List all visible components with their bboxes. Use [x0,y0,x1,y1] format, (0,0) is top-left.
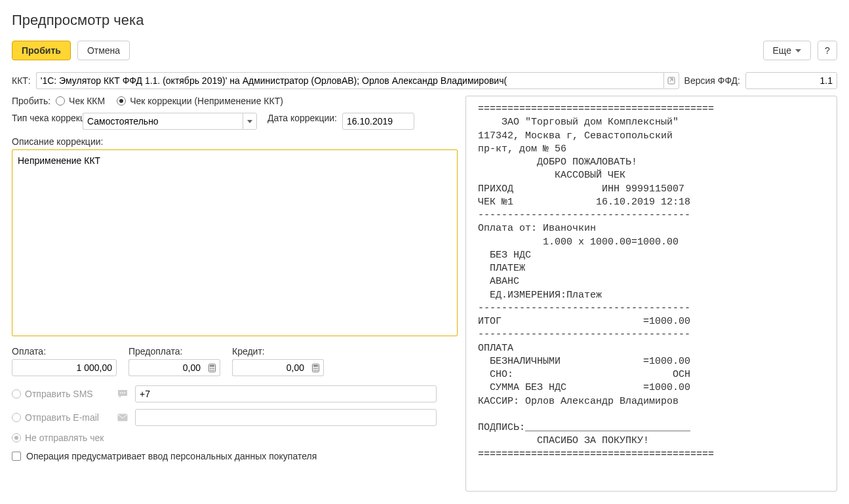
kkt-row: ККТ: Версия ФФД: [12,72,837,89]
radio-correction[interactable]: Чек коррекции (Неприменение ККТ) [117,96,283,106]
punch-type-row: Пробить: Чек ККМ Чек коррекции (Непримен… [12,96,458,106]
pay-label: Оплата: [12,346,117,357]
prepay-calc-button[interactable] [205,359,220,376]
page-title: Предпросмотр чека [12,12,837,29]
svg-point-16 [317,370,318,371]
radio-send-sms: Отправить SMS [12,389,110,399]
ffd-version-field[interactable] [745,72,837,89]
prepay-label: Предоплата: [128,346,220,357]
svg-rect-10 [313,365,318,367]
credit-calc-button[interactable] [308,359,324,376]
radio-kkm[interactable]: Чек ККМ [56,96,105,106]
email-icon [117,413,128,422]
receipt-preview-pane: ========================================… [465,96,837,492]
receipt-scroll[interactable]: ========================================… [478,103,831,486]
svg-point-17 [120,393,121,394]
email-field[interactable] [135,409,437,426]
svg-point-13 [317,368,318,369]
svg-point-5 [213,368,214,369]
sms-icon [117,389,128,398]
calculator-icon [208,364,216,372]
radio-send-sms-label: Отправить SMS [25,389,93,399]
pay-field[interactable] [12,359,117,376]
radio-send-none: Не отправлять чек [12,433,104,443]
svg-point-19 [124,393,125,394]
correction-type-dropdown-button[interactable] [243,113,257,130]
correction-date-label: Дата коррекции: [267,113,337,123]
kkt-open-button[interactable] [663,72,679,89]
toolbar: Пробить Отмена Еще ? [12,41,837,60]
correction-type-label: Тип чека коррекции: [12,113,77,125]
chevron-down-icon [795,49,801,52]
more-button-label: Еще [773,45,792,56]
receipt-text: ========================================… [478,103,831,469]
radio-correction-label: Чек коррекции (Неприменение ККТ) [130,96,283,106]
svg-rect-2 [210,365,214,367]
svg-rect-20 [118,414,128,421]
svg-point-4 [212,368,213,369]
svg-point-14 [313,370,315,371]
svg-point-6 [210,370,211,371]
kkt-label: ККТ: [12,75,31,86]
personal-label: Операция предусматривает ввод персональн… [26,451,317,461]
prepay-field[interactable] [128,359,205,376]
correction-type-select[interactable] [83,113,257,130]
open-icon [667,77,675,85]
radio-send-none-label: Не отправлять чек [25,433,104,443]
credit-label: Кредит: [232,346,324,357]
correction-desc-textarea[interactable]: Неприменение ККТ [12,149,458,336]
punch-button[interactable]: Пробить [12,41,71,60]
radio-kkm-label: Чек ККМ [69,96,105,106]
correction-type-row: Тип чека коррекции: Дата коррекции: [12,113,458,130]
ffd-version-label: Версия ФФД: [684,75,740,86]
credit-field[interactable] [232,359,308,376]
svg-point-18 [122,393,123,394]
svg-point-12 [315,368,317,369]
correction-date-field[interactable] [342,113,414,130]
chevron-down-icon [247,120,252,123]
more-button[interactable]: Еще [763,41,812,60]
svg-point-8 [213,370,214,371]
svg-point-7 [212,370,213,371]
correction-desc-label: Описание коррекции: [12,136,103,147]
kkt-field[interactable] [36,72,663,89]
punch-type-label: Пробить: [12,96,50,106]
calculator-icon [312,364,319,372]
svg-point-15 [315,370,317,371]
kkt-input[interactable] [36,72,679,89]
radio-send-email: Отправить E-mail [12,412,110,423]
personal-checkbox[interactable] [12,452,21,461]
svg-point-11 [313,368,315,369]
radio-send-email-label: Отправить E-mail [25,412,99,423]
correction-type-field[interactable] [83,113,243,130]
svg-point-3 [210,368,211,369]
cancel-button[interactable]: Отмена [77,41,130,60]
help-button[interactable]: ? [818,41,837,60]
sms-field[interactable] [135,385,437,402]
